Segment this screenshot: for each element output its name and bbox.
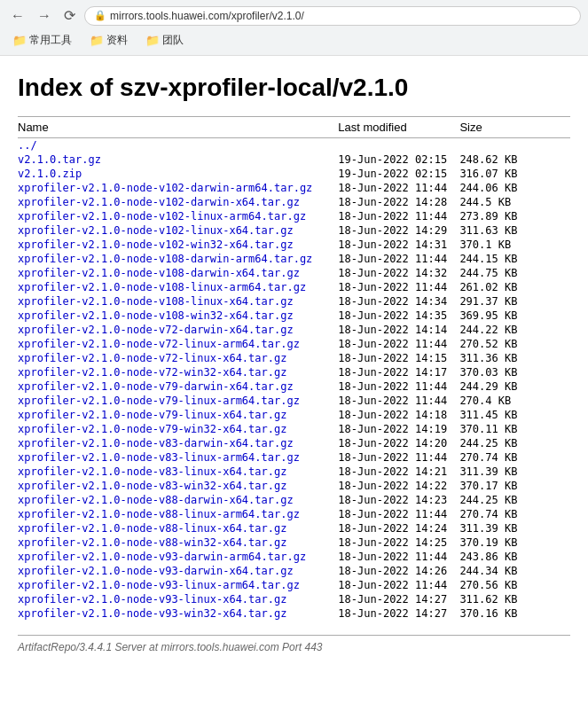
file-size-cell: 244.25 KB [459, 493, 570, 507]
file-name-cell: xprofiler-v2.1.0-node-v88-linux-x64.tar.… [18, 521, 338, 535]
file-link[interactable]: v2.1.0.tar.gz [18, 153, 101, 166]
file-link[interactable]: xprofiler-v2.1.0-node-v72-darwin-x64.tar… [18, 324, 294, 336]
table-row: xprofiler-v2.1.0-node-v93-linux-arm64.ta… [18, 578, 570, 592]
file-link[interactable]: xprofiler-v2.1.0-node-v102-linux-arm64.t… [18, 210, 306, 223]
file-modified-cell: 18-Jun-2022 14:14 [338, 323, 459, 337]
file-name-cell: xprofiler-v2.1.0-node-v72-linux-x64.tar.… [18, 351, 338, 365]
file-link[interactable]: xprofiler-v2.1.0-node-v93-darwin-arm64.t… [18, 551, 306, 563]
file-name-cell: xprofiler-v2.1.0-node-v83-linux-x64.tar.… [18, 465, 338, 479]
file-link[interactable]: xprofiler-v2.1.0-node-v88-darwin-x64.tar… [18, 494, 294, 506]
file-modified-cell: 19-Jun-2022 02:15 [338, 152, 459, 167]
file-link[interactable]: xprofiler-v2.1.0-node-v93-darwin-x64.tar… [18, 565, 294, 577]
reload-button[interactable]: ⟳ [60, 5, 79, 26]
file-link[interactable]: xprofiler-v2.1.0-node-v93-win32-x64.tar.… [18, 607, 286, 620]
file-link[interactable]: xprofiler-v2.1.0-node-v79-linux-x64.tar.… [18, 409, 286, 421]
file-name-cell: xprofiler-v2.1.0-node-v79-linux-x64.tar.… [18, 408, 338, 422]
file-name-cell: xprofiler-v2.1.0-node-v72-linux-arm64.ta… [18, 337, 338, 351]
file-name-cell: xprofiler-v2.1.0-node-v79-darwin-x64.tar… [18, 379, 338, 394]
file-size-cell: 244.5 KB [459, 195, 570, 209]
file-size-cell: 370.03 KB [459, 365, 570, 379]
bookmark-label-2: 资料 [106, 33, 128, 48]
file-name-cell: xprofiler-v2.1.0-node-v108-darwin-arm64.… [18, 252, 338, 266]
file-size-cell: 244.22 KB [459, 323, 570, 337]
file-name-cell: xprofiler-v2.1.0-node-v102-linux-arm64.t… [18, 209, 338, 223]
table-row: xprofiler-v2.1.0-node-v72-linux-arm64.ta… [18, 337, 570, 351]
table-header-row: Name Last modified Size [18, 117, 570, 138]
file-link[interactable]: xprofiler-v2.1.0-node-v88-win32-x64.tar.… [18, 536, 286, 549]
file-link[interactable]: xprofiler-v2.1.0-node-v79-win32-x64.tar.… [18, 423, 286, 435]
table-row: xprofiler-v2.1.0-node-v93-win32-x64.tar.… [18, 606, 570, 621]
file-modified-cell: 18-Jun-2022 11:44 [338, 379, 459, 394]
file-size-cell: 370.17 KB [459, 479, 570, 493]
back-button[interactable]: ← [7, 6, 28, 26]
file-link[interactable]: v2.1.0.zip [18, 168, 82, 180]
bookmark-changyon[interactable]: 📁 常用工具 [7, 31, 77, 50]
file-name-cell: xprofiler-v2.1.0-node-v93-darwin-arm64.t… [18, 550, 338, 564]
file-link[interactable]: xprofiler-v2.1.0-node-v83-linux-x64.tar.… [18, 465, 286, 478]
file-name-cell: xprofiler-v2.1.0-node-v83-darwin-x64.tar… [18, 436, 338, 450]
file-name-cell: xprofiler-v2.1.0-node-v79-win32-x64.tar.… [18, 422, 338, 436]
table-row: xprofiler-v2.1.0-node-v88-win32-x64.tar.… [18, 535, 570, 550]
file-link[interactable]: xprofiler-v2.1.0-node-v88-linux-x64.tar.… [18, 522, 286, 535]
file-link[interactable]: xprofiler-v2.1.0-node-v108-darwin-arm64.… [18, 253, 312, 265]
file-link[interactable]: ../ [18, 139, 37, 152]
nav-bar: ← → ⟳ 🔒 mirrors.tools.huawei.com/xprofil… [7, 5, 581, 26]
table-row: xprofiler-v2.1.0-node-v93-darwin-x64.tar… [18, 564, 570, 578]
file-name-cell: xprofiler-v2.1.0-node-v72-darwin-x64.tar… [18, 323, 338, 337]
table-row: xprofiler-v2.1.0-node-v102-win32-x64.tar… [18, 238, 570, 252]
file-link[interactable]: xprofiler-v2.1.0-node-v88-linux-arm64.ta… [18, 508, 300, 520]
file-link[interactable]: xprofiler-v2.1.0-node-v83-linux-arm64.ta… [18, 451, 300, 464]
file-link[interactable]: xprofiler-v2.1.0-node-v93-linux-arm64.ta… [18, 579, 300, 591]
table-row: xprofiler-v2.1.0-node-v83-win32-x64.tar.… [18, 479, 570, 493]
file-size-cell: 243.86 KB [459, 550, 570, 564]
file-link[interactable]: xprofiler-v2.1.0-node-v79-darwin-x64.tar… [18, 380, 294, 393]
file-size-cell: 311.45 KB [459, 408, 570, 422]
bookmarks-bar: 📁 常用工具 📁 资料 📁 团队 [7, 31, 581, 50]
file-name-cell: xprofiler-v2.1.0-node-v83-win32-x64.tar.… [18, 479, 338, 493]
file-size-cell: 244.15 KB [459, 252, 570, 266]
file-name-cell: xprofiler-v2.1.0-node-v88-linux-arm64.ta… [18, 507, 338, 521]
file-link[interactable]: xprofiler-v2.1.0-node-v102-darwin-arm64.… [18, 182, 312, 194]
file-modified-cell: 18-Jun-2022 14:31 [338, 238, 459, 252]
file-link[interactable]: xprofiler-v2.1.0-node-v108-linux-x64.tar… [18, 295, 294, 308]
file-name-cell: xprofiler-v2.1.0-node-v93-darwin-x64.tar… [18, 564, 338, 578]
file-link[interactable]: xprofiler-v2.1.0-node-v108-darwin-x64.ta… [18, 267, 300, 279]
file-modified-cell: 18-Jun-2022 14:26 [338, 564, 459, 578]
file-name-cell: xprofiler-v2.1.0-node-v108-linux-x64.tar… [18, 294, 338, 309]
forward-button[interactable]: → [34, 6, 55, 26]
file-size-cell: 291.37 KB [459, 294, 570, 309]
file-size-cell: 270.74 KB [459, 507, 570, 521]
file-link[interactable]: xprofiler-v2.1.0-node-v108-win32-x64.tar… [18, 309, 294, 322]
table-row: xprofiler-v2.1.0-node-v102-darwin-x64.ta… [18, 195, 570, 209]
file-link[interactable]: xprofiler-v2.1.0-node-v72-linux-arm64.ta… [18, 338, 300, 350]
file-modified-cell: 18-Jun-2022 11:44 [338, 394, 459, 408]
lock-icon: 🔒 [94, 10, 106, 21]
table-row: xprofiler-v2.1.0-node-v93-darwin-arm64.t… [18, 550, 570, 564]
file-size-cell: 273.89 KB [459, 209, 570, 223]
file-link[interactable]: xprofiler-v2.1.0-node-v93-linux-x64.tar.… [18, 593, 286, 606]
file-name-cell: xprofiler-v2.1.0-node-v83-linux-arm64.ta… [18, 450, 338, 465]
file-link[interactable]: xprofiler-v2.1.0-node-v79-linux-arm64.ta… [18, 395, 300, 407]
file-link[interactable]: xprofiler-v2.1.0-node-v108-linux-arm64.t… [18, 281, 306, 293]
bookmark-tuandui[interactable]: 📁 团队 [140, 31, 189, 50]
table-row: xprofiler-v2.1.0-node-v83-darwin-x64.tar… [18, 436, 570, 450]
file-modified-cell: 18-Jun-2022 14:22 [338, 479, 459, 493]
file-link[interactable]: xprofiler-v2.1.0-node-v72-win32-x64.tar.… [18, 366, 286, 379]
file-link[interactable]: xprofiler-v2.1.0-node-v102-darwin-x64.ta… [18, 196, 300, 208]
table-row: xprofiler-v2.1.0-node-v93-linux-x64.tar.… [18, 592, 570, 606]
file-name-cell: xprofiler-v2.1.0-node-v108-win32-x64.tar… [18, 309, 338, 323]
table-row: v2.1.0.tar.gz19-Jun-2022 02:15248.62 KB [18, 152, 570, 167]
table-row: xprofiler-v2.1.0-node-v108-darwin-x64.ta… [18, 266, 570, 280]
file-link[interactable]: xprofiler-v2.1.0-node-v102-win32-x64.tar… [18, 238, 294, 251]
file-link[interactable]: xprofiler-v2.1.0-node-v83-darwin-x64.tar… [18, 437, 294, 449]
bookmark-ziliao[interactable]: 📁 资料 [84, 31, 133, 50]
address-bar[interactable]: 🔒 mirrors.tools.huawei.com/xprofiler/v2.… [84, 6, 581, 26]
file-link[interactable]: xprofiler-v2.1.0-node-v102-linux-x64.tar… [18, 224, 294, 237]
file-link[interactable]: xprofiler-v2.1.0-node-v83-win32-x64.tar.… [18, 480, 286, 492]
file-name-cell: xprofiler-v2.1.0-node-v102-darwin-arm64.… [18, 181, 338, 195]
file-link[interactable]: xprofiler-v2.1.0-node-v72-linux-x64.tar.… [18, 352, 286, 364]
file-size-cell: 311.36 KB [459, 351, 570, 365]
file-size-cell: 369.95 KB [459, 309, 570, 323]
file-size-cell: 244.34 KB [459, 564, 570, 578]
table-row: xprofiler-v2.1.0-node-v83-linux-arm64.ta… [18, 450, 570, 465]
